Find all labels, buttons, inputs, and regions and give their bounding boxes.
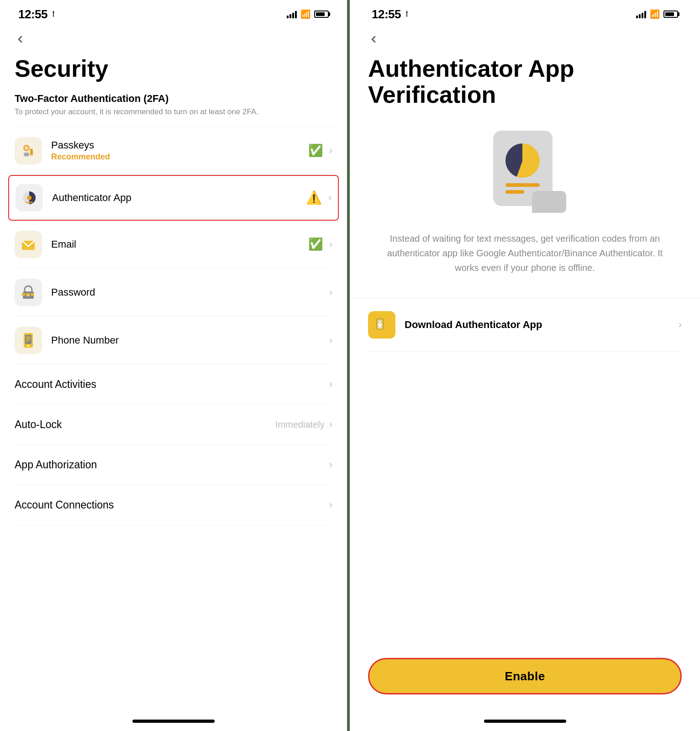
security-item-phone-number[interactable]: Phone Number › [15,317,332,365]
page-title-left: Security [15,56,332,82]
email-icon [15,231,42,258]
location-icon-left [50,11,57,18]
svg-rect-15 [31,293,34,296]
signal-icon-right [636,10,646,18]
auth-img-container: ✦ [479,126,571,217]
app-authorization-label: App Authorization [15,459,329,471]
security-item-password[interactable]: Password › [15,269,332,317]
battery-icon-right [663,11,678,18]
twofa-section-header: Two-Factor Authentication (2FA) To prote… [15,93,332,117]
signal-icon-left [287,10,297,18]
back-button-left[interactable] [15,25,332,52]
security-item-authenticator-app[interactable]: Authenticator App ⚠️ › [8,175,339,221]
phone-number-icon [15,327,42,354]
phone-number-chevron-icon: › [329,334,332,346]
passkeys-label: Passkeys [51,139,94,151]
twofa-title: Two-Factor Authentication (2FA) [15,93,332,105]
auth-page-title: Authenticator App Verification [368,56,682,108]
location-icon-right [404,11,410,18]
auth-title-line2: Verification [368,81,496,108]
enable-button-wrap: Enable [368,658,682,694]
password-icon [15,279,42,306]
phone-line-full [505,183,540,187]
passkeys-chevron-icon: › [329,145,332,157]
download-chevron-icon: › [679,319,682,331]
svg-rect-4 [24,153,29,156]
auto-lock-label: Auto-Lock [15,418,275,431]
account-activities-label: Account Activities [15,378,329,391]
account-activities-chevron-icon: › [329,378,332,390]
left-panel: 12:55 📶 Security Two-Facto [0,0,350,731]
status-time-right: 12:55 [372,7,401,21]
menu-item-account-connections[interactable]: Account Connections › [15,485,332,525]
email-status-icon: ✅ [308,237,323,251]
auto-lock-chevron-icon: › [329,418,332,430]
svg-rect-27 [377,328,383,328]
twofa-subtitle: To protect your account, it is recommend… [15,106,332,117]
account-connections-chevron-icon: › [329,499,332,511]
auth-illustration: ✦ [368,126,682,217]
status-bar-left: 12:55 📶 [15,0,332,25]
wifi-icon-left: 📶 [300,9,311,19]
auth-app-status-icon: ⚠️ [306,190,322,205]
email-label: Email [51,238,308,250]
passkeys-sublabel: Recommended [51,152,308,162]
passkeys-label-wrap: Passkeys Recommended [51,139,308,162]
password-chevron-icon: › [329,286,332,298]
download-icon [368,311,395,339]
right-panel: 12:55 📶 Authenticator App Ve [350,0,700,731]
authenticator-app-icon [16,184,43,212]
home-indicator-left [132,720,215,723]
status-bar-right: 12:55 📶 [368,0,682,25]
status-time-left: 12:55 [18,7,47,21]
chat-bubble-illustration [532,191,566,213]
status-icons-left: 📶 [287,9,329,19]
svg-rect-20 [26,339,31,339]
auto-lock-value: Immediately [275,419,325,430]
menu-item-app-authorization[interactable]: App Authorization › [15,445,332,485]
menu-item-account-activities[interactable]: Account Activities › [15,365,332,405]
security-items-list: Passkeys Recommended ✅ › Authenticator A… [15,127,332,365]
security-item-passkeys[interactable]: Passkeys Recommended ✅ › [15,127,332,175]
wifi-icon-right: 📶 [650,9,660,19]
pie-chart-illustration [505,143,540,178]
svg-rect-13 [21,293,25,296]
svg-rect-19 [26,337,31,338]
auth-app-label: Authenticator App [52,192,132,203]
phone-line-short [505,190,524,194]
app-authorization-chevron-icon: › [329,459,332,471]
email-chevron-icon: › [329,238,332,250]
svg-point-8 [27,196,32,200]
auth-title-line1: Authenticator App [368,55,574,82]
menu-item-auto-lock[interactable]: Auto-Lock Immediately › [15,405,332,445]
download-authenticator-row[interactable]: Download Authenticator App › [368,298,682,352]
svg-point-18 [27,345,29,347]
status-icons-right: 📶 [636,9,678,19]
svg-rect-14 [26,293,30,296]
svg-rect-5 [30,151,33,155]
passkeys-status-icon: ✅ [308,143,323,158]
back-button-right[interactable] [368,25,682,52]
svg-rect-9 [26,201,33,203]
menu-items-list: Account Activities › Auto-Lock Immediate… [15,365,332,525]
home-indicator-right [484,720,566,723]
svg-rect-21 [26,340,29,341]
battery-icon-left [314,11,329,18]
security-item-email[interactable]: Email ✅ › [15,221,332,269]
password-label: Password [51,286,329,298]
auth-app-chevron-icon: › [328,192,332,204]
account-connections-label: Account Connections [15,499,329,511]
download-authenticator-label: Download Authenticator App [405,319,679,331]
svg-point-6 [30,148,33,151]
svg-point-3 [25,146,28,150]
auth-app-label-wrap: Authenticator App [52,192,306,204]
phone-number-label: Phone Number [51,334,329,346]
passkeys-icon [15,137,42,164]
auth-description: Instead of waiting for text messages, ge… [368,231,682,275]
enable-button[interactable]: Enable [368,658,682,694]
